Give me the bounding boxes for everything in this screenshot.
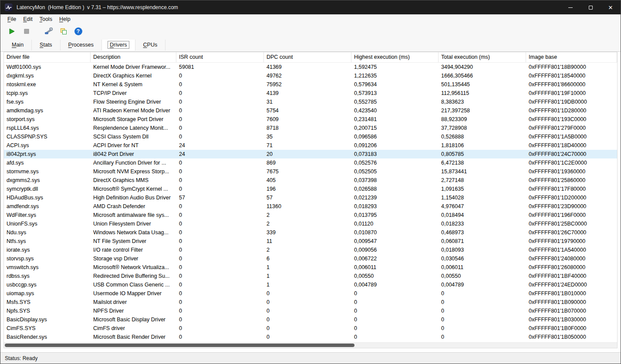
table-row[interactable]: dxgkrnl.sysDirectX Graphics Kernel049762… bbox=[4, 71, 617, 80]
cell: 0xFFFFF801'1B030000 bbox=[526, 315, 617, 324]
scrollbar-thumb[interactable] bbox=[5, 344, 354, 347]
table-row[interactable]: ACPI.sysACPI Driver for NT24710,0912061,… bbox=[4, 141, 617, 150]
cell: Wdf01000.sys bbox=[4, 63, 91, 71]
menu-item-file[interactable]: File bbox=[4, 15, 20, 23]
table-row[interactable]: amdfendr.sysAMD Crash Defender0113600,01… bbox=[4, 202, 617, 211]
table-row[interactable]: CimFS.SYSCimFS driver00000xFFFFF801'1B0F… bbox=[4, 324, 617, 333]
close-button[interactable]: ✕ bbox=[601, 0, 621, 14]
tab-processes[interactable]: Processes bbox=[61, 40, 102, 51]
cell: 0xFFFFF801'24ED0000 bbox=[526, 280, 617, 289]
cell: ACPI.sys bbox=[4, 141, 91, 150]
cell: 2 bbox=[264, 246, 351, 254]
cell: 0xFFFFF801'23D90000 bbox=[526, 202, 617, 211]
table-row[interactable]: dxgmms2.sysDirectX Graphics MMS04050,037… bbox=[4, 176, 617, 185]
tab-cpus[interactable]: CPUs bbox=[135, 40, 166, 51]
table-row[interactable]: CLASSPNP.SYSSCSI Class System Dll0350,09… bbox=[4, 132, 617, 141]
table-row[interactable]: storvsp.sysStorage vsp Driver060,0067220… bbox=[4, 254, 617, 263]
cell: SCSI Class System Dll bbox=[91, 132, 176, 141]
cell: 0,231481 bbox=[351, 115, 439, 124]
cell: 35 bbox=[264, 132, 351, 141]
cell: Ancillary Function Driver for ... bbox=[91, 158, 176, 167]
column-header[interactable]: Description bbox=[91, 52, 176, 62]
cell: 2,727148 bbox=[439, 176, 526, 185]
options-button[interactable] bbox=[43, 26, 54, 37]
cell: 501,135445 bbox=[439, 80, 526, 89]
table-row[interactable]: Msfs.SYSMailslot driver00000xFFFFF801'1B… bbox=[4, 298, 617, 307]
cell: 0 bbox=[176, 333, 264, 341]
table-row[interactable]: usbccgp.sysUSB Common Class Generic ...0… bbox=[4, 280, 617, 289]
horizontal-scrollbar[interactable] bbox=[4, 342, 617, 348]
table-row[interactable]: uiomap.sysUsermode IO Mapper Driver00000… bbox=[4, 289, 617, 298]
tab-drivers[interactable]: Drivers bbox=[102, 40, 135, 51]
tab-main[interactable]: Main bbox=[4, 40, 32, 51]
column-header[interactable]: Image base bbox=[526, 52, 617, 62]
table-row[interactable]: i8042prt.sysi8042 Port Driver24200,07318… bbox=[4, 150, 617, 158]
column-header[interactable]: Highest execution (ms) bbox=[351, 52, 439, 62]
minimize-button[interactable] bbox=[560, 0, 580, 14]
table-row[interactable]: Ntfs.sysNT File System Driver0110,009547… bbox=[4, 237, 617, 246]
table-row[interactable]: vmswitch.sysMicrosoft® Network Virtualiz… bbox=[4, 263, 617, 272]
cell: Microsoft® SymCrypt Kernel ... bbox=[91, 185, 176, 193]
menu-item-help[interactable]: Help bbox=[56, 15, 74, 23]
column-header[interactable]: Total execution (ms) bbox=[439, 52, 526, 62]
table-row[interactable]: Npfs.SYSNPFS Driver00000xFFFFF801'1B0700… bbox=[4, 307, 617, 315]
table-row[interactable]: UnionFS.sysUnion Filesystem Driver020,01… bbox=[4, 219, 617, 228]
menu-item-edit[interactable]: Edit bbox=[20, 15, 36, 23]
table-row[interactable]: iorate.sysI/O rate control Filter020,009… bbox=[4, 246, 617, 254]
cell: 0 bbox=[176, 80, 264, 89]
cell: 0,004789 bbox=[439, 280, 526, 289]
cell: 0,805785 bbox=[439, 150, 526, 158]
help-button[interactable]: ? bbox=[72, 26, 84, 37]
cell: 0xFFFFF801'25860000 bbox=[526, 176, 617, 185]
table-row[interactable]: HDAudBus.sysHigh Definition Audio Bus Dr… bbox=[4, 193, 617, 202]
cell: 0 bbox=[176, 219, 264, 228]
column-header[interactable]: ISR count bbox=[176, 52, 264, 62]
cell: 0xFFFFF801'17F80000 bbox=[526, 185, 617, 193]
table-row[interactable]: rspLLL64.sysResplendence Latency Monit..… bbox=[4, 124, 617, 132]
table-row[interactable]: amdkmdag.sysATI Radeon Kernel Mode Drive… bbox=[4, 106, 617, 115]
cell: 0xFFFFF801'1B090000 bbox=[526, 298, 617, 307]
cell: 0,037398 bbox=[351, 176, 439, 185]
cell: 0xFFFFF801'86600000 bbox=[526, 80, 617, 89]
cell: 0 bbox=[176, 324, 264, 333]
cell: 24 bbox=[176, 150, 264, 158]
cell: 0 bbox=[176, 124, 264, 132]
cell: rspLLL64.sys bbox=[4, 124, 91, 132]
cell: 11360 bbox=[264, 202, 351, 211]
cell: Windows Network Data Usag... bbox=[91, 228, 176, 237]
close-icon: ✕ bbox=[608, 5, 613, 10]
tab-stats[interactable]: Stats bbox=[32, 40, 61, 51]
cell: NPFS Driver bbox=[91, 307, 176, 315]
cell: 0,018293 bbox=[351, 202, 439, 211]
cell: 0,006722 bbox=[351, 254, 439, 263]
cell: 869 bbox=[264, 158, 351, 167]
table-header: Driver fileDescriptionISR countDPC count… bbox=[4, 52, 617, 63]
report-window-button[interactable] bbox=[57, 26, 69, 37]
table-row[interactable]: Ndu.sysWindows Network Data Usag...03390… bbox=[4, 228, 617, 237]
table-row[interactable]: storport.sysMicrosoft Storage Port Drive… bbox=[4, 115, 617, 124]
menu-item-tools[interactable]: Tools bbox=[36, 15, 56, 23]
start-monitor-button[interactable] bbox=[6, 26, 17, 37]
column-header[interactable]: DPC count bbox=[264, 52, 351, 62]
table-row[interactable]: stornvme.sysMicrosoft NVM Express Storp.… bbox=[4, 167, 617, 176]
stop-monitor-button[interactable] bbox=[20, 26, 32, 37]
cell: I/O rate control Filter bbox=[91, 246, 176, 254]
table-row[interactable]: fse.sysFlow Steering Engine Driver0310,5… bbox=[4, 98, 617, 106]
cell: 71 bbox=[264, 141, 351, 150]
cell: 1,091635 bbox=[439, 185, 526, 193]
table-row[interactable]: symcryptk.dllMicrosoft® SymCrypt Kernel … bbox=[4, 185, 617, 193]
cell: 0xFFFFF801'1A5B0000 bbox=[526, 132, 617, 141]
table-row[interactable]: BasicRender.sysMicrosoft Basic Render Dr… bbox=[4, 333, 617, 341]
table-row[interactable]: afd.sysAncillary Function Driver for ...… bbox=[4, 158, 617, 167]
table-row[interactable]: Wdf01000.sysKernel Mode Driver Framewor.… bbox=[4, 63, 617, 71]
table-row[interactable]: tcpip.sysTCP/IP Driver041390,573913112,9… bbox=[4, 89, 617, 98]
column-header[interactable]: Driver file bbox=[4, 52, 91, 62]
table-row[interactable]: ntoskrnl.exeNT Kernel & System0759520,57… bbox=[4, 80, 617, 89]
table-row[interactable]: rdbss.sysRedirected Drive Buffering Su..… bbox=[4, 272, 617, 280]
cell: 0 bbox=[176, 298, 264, 307]
cell: 0,00550 bbox=[351, 272, 439, 280]
cell: 5754 bbox=[264, 106, 351, 115]
maximize-button[interactable] bbox=[580, 0, 601, 14]
table-row[interactable]: WdFilter.sysMicrosoft antimalware file s… bbox=[4, 211, 617, 219]
table-row[interactable]: BasicDisplay.sysMicrosoft Basic Display … bbox=[4, 315, 617, 324]
